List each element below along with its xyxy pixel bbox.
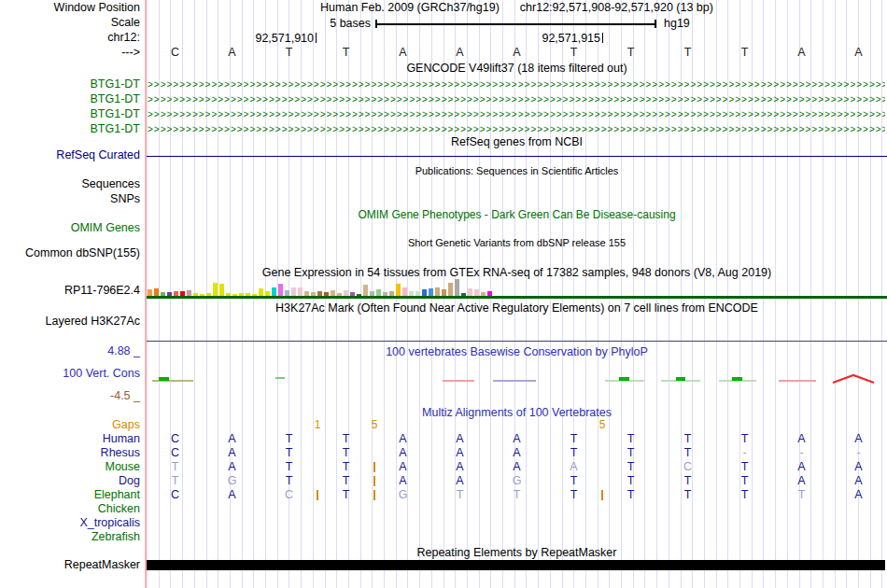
- multiz-base-cell[interactable]: A: [431, 447, 488, 459]
- multiz-base-cell[interactable]: T: [317, 461, 374, 473]
- conservation-line[interactable]: [443, 380, 474, 382]
- conservation-line[interactable]: [493, 380, 536, 382]
- multiz-species-label[interactable]: Human: [0, 433, 140, 445]
- multiz-base-cell[interactable]: G: [374, 489, 431, 501]
- multiz-base-cell[interactable]: T: [716, 433, 773, 445]
- multiz-base-cell[interactable]: A: [830, 475, 887, 487]
- conservation-line[interactable]: [779, 380, 816, 382]
- multiz-base-cell[interactable]: -: [830, 447, 887, 459]
- multiz-base-cell[interactable]: T: [317, 447, 374, 459]
- multiz-base-cell[interactable]: T: [147, 461, 204, 473]
- gtex-tissue-bar[interactable]: [363, 285, 368, 296]
- gencode-gene-label[interactable]: BTG1-DT: [0, 123, 140, 135]
- conservation-peak[interactable]: [832, 373, 875, 385]
- multiz-base-cell[interactable]: C: [147, 489, 204, 501]
- gencode-gene-label[interactable]: BTG1-DT: [0, 108, 140, 120]
- gtex-tissue-bar[interactable]: [468, 288, 472, 296]
- multiz-base-cell[interactable]: T: [659, 447, 716, 459]
- sequences-label[interactable]: Sequences: [0, 178, 140, 190]
- multiz-base-cell[interactable]: T: [659, 433, 716, 445]
- multiz-base-cell[interactable]: T: [602, 461, 659, 473]
- gtex-tissue-bar[interactable]: [376, 289, 381, 296]
- multiz-base-cell[interactable]: T: [545, 475, 602, 487]
- multiz-base-cell[interactable]: A: [830, 433, 887, 445]
- multiz-base-cell[interactable]: T: [659, 489, 716, 501]
- omim-genes-label[interactable]: OMIM Genes: [0, 222, 140, 234]
- snps-label[interactable]: SNPs: [0, 193, 140, 205]
- multiz-base-cell[interactable]: T: [659, 475, 716, 487]
- multiz-species-label[interactable]: Elephant: [0, 489, 140, 501]
- multiz-base-cell[interactable]: T: [317, 475, 374, 487]
- multiz-base-cell[interactable]: T: [147, 475, 204, 487]
- gencode-gene-arrow-line[interactable]: >>>>>>>>>>>>>>>>>>>>>>>>>>>>>>>>>>>>>>>>…: [148, 93, 885, 105]
- repeatmasker-label[interactable]: RepeatMasker: [0, 559, 140, 571]
- multiz-species-label[interactable]: Dog: [0, 475, 140, 487]
- gencode-gene-arrow-line[interactable]: >>>>>>>>>>>>>>>>>>>>>>>>>>>>>>>>>>>>>>>>…: [148, 78, 885, 91]
- multiz-base-cell[interactable]: G: [488, 475, 545, 487]
- multiz-base-cell[interactable]: A: [488, 461, 545, 473]
- multiz-base-cell[interactable]: A: [374, 433, 431, 445]
- gtex-tissue-bar[interactable]: [442, 289, 446, 296]
- multiz-base-cell[interactable]: A: [830, 461, 887, 473]
- multiz-species-label[interactable]: Rhesus: [0, 447, 140, 459]
- repeatmasker-element-bar[interactable]: [147, 560, 885, 570]
- multiz-base-cell[interactable]: T: [716, 489, 773, 501]
- gtex-tissue-bar[interactable]: [422, 289, 427, 296]
- gtex-gene-model-line[interactable]: [147, 296, 887, 299]
- gtex-tissue-bar[interactable]: [455, 279, 459, 296]
- multiz-base-cell[interactable]: T: [260, 433, 317, 445]
- multiz-base-cell[interactable]: T: [602, 447, 659, 459]
- multiz-base-cell[interactable]: A: [204, 433, 260, 445]
- h3k27ac-label[interactable]: Layered H3K27Ac: [0, 315, 140, 328]
- gtex-tissue-bar[interactable]: [219, 284, 224, 296]
- multiz-base-cell[interactable]: T: [545, 447, 602, 459]
- multiz-species-label[interactable]: Mouse: [0, 461, 140, 473]
- multiz-species-label[interactable]: Chicken: [0, 503, 140, 515]
- multiz-base-cell[interactable]: -: [716, 447, 773, 459]
- multiz-base-cell[interactable]: A: [204, 461, 260, 473]
- multiz-base-cell[interactable]: C: [147, 433, 204, 445]
- gencode-gene-label[interactable]: BTG1-DT: [0, 78, 140, 91]
- gencode-gene-arrow-line[interactable]: >>>>>>>>>>>>>>>>>>>>>>>>>>>>>>>>>>>>>>>>…: [148, 123, 885, 135]
- multiz-base-cell[interactable]: T: [431, 489, 488, 501]
- multiz-base-cell[interactable]: C: [659, 461, 716, 473]
- multiz-base-cell[interactable]: A: [488, 433, 545, 445]
- conservation-positive-box[interactable]: [676, 377, 685, 381]
- conservation-positive-box[interactable]: [275, 377, 285, 379]
- gtex-tissue-bar[interactable]: [298, 287, 303, 296]
- gtex-tissue-bar[interactable]: [402, 287, 407, 296]
- conservation-label[interactable]: 100 Vert. Cons: [0, 368, 140, 380]
- gtex-tissue-bar[interactable]: [148, 289, 152, 296]
- gtex-tissue-bar[interactable]: [396, 284, 401, 296]
- multiz-base-cell[interactable]: T: [716, 475, 773, 487]
- multiz-base-cell[interactable]: A: [545, 461, 602, 473]
- multiz-base-cell[interactable]: A: [488, 447, 545, 459]
- conservation-positive-box[interactable]: [619, 377, 629, 381]
- multiz-base-cell[interactable]: A: [204, 489, 260, 501]
- conservation-positive-box[interactable]: [732, 377, 742, 381]
- multiz-base-cell[interactable]: G: [204, 475, 260, 487]
- gencode-gene-label[interactable]: BTG1-DT: [0, 93, 140, 105]
- multiz-base-cell[interactable]: T: [545, 433, 602, 445]
- multiz-gaps-label[interactable]: Gaps: [0, 419, 140, 431]
- refseq-curated-line[interactable]: [147, 156, 887, 157]
- multiz-base-cell[interactable]: T: [260, 475, 317, 487]
- gtex-tissue-bar[interactable]: [259, 288, 263, 296]
- multiz-base-cell[interactable]: A: [374, 461, 431, 473]
- multiz-base-cell[interactable]: T: [317, 433, 374, 445]
- conservation-positive-box[interactable]: [159, 377, 169, 381]
- multiz-base-cell[interactable]: C: [260, 489, 317, 501]
- multiz-base-cell[interactable]: T: [716, 461, 773, 473]
- multiz-base-cell[interactable]: C: [147, 447, 204, 459]
- multiz-base-cell[interactable]: A: [431, 475, 488, 487]
- multiz-base-cell[interactable]: A: [431, 461, 488, 473]
- gtex-tissue-bar[interactable]: [435, 287, 440, 296]
- multiz-base-cell[interactable]: A: [374, 447, 431, 459]
- multiz-species-label[interactable]: Zebrafish: [0, 531, 140, 543]
- multiz-species-label[interactable]: X_tropicalis: [0, 517, 140, 529]
- gtex-tissue-bar[interactable]: [213, 283, 218, 296]
- multiz-base-cell[interactable]: -: [773, 447, 830, 459]
- multiz-base-cell[interactable]: T: [602, 433, 659, 445]
- multiz-base-cell[interactable]: A: [374, 475, 431, 487]
- gtex-tissue-bar[interactable]: [272, 287, 276, 296]
